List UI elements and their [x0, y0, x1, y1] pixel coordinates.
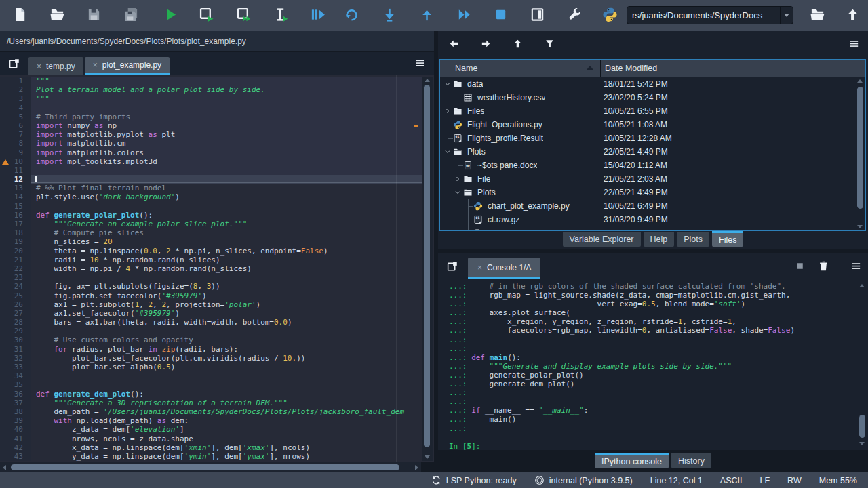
run-cell-button[interactable]: [197, 7, 215, 24]
console-output[interactable]: ...: # in the rgb colors of the shaded s…: [449, 282, 856, 450]
open-file-button[interactable]: [48, 7, 66, 24]
console-line-1: ...: # in the rgb colors of the shaded s…: [449, 282, 856, 291]
column-ruler: [396, 75, 397, 462]
interrupt-kernel-icon[interactable]: [794, 260, 806, 272]
editor-options-menu-icon[interactable]: [414, 57, 426, 69]
code-line-10: 10import mpl_toolkits.mplot3d: [0, 157, 422, 166]
column-header-name[interactable]: Name: [440, 60, 601, 77]
debug-file-button[interactable]: [309, 7, 326, 24]
files-options-button[interactable]: [845, 36, 863, 54]
tab-plots[interactable]: Plots: [677, 232, 709, 247]
scroll-up-arrow[interactable]: [857, 79, 863, 83]
folder-icon: [453, 106, 467, 116]
preferences-button[interactable]: [566, 7, 583, 24]
parent-directory-button[interactable]: [844, 7, 861, 24]
continue-button[interactable]: [455, 7, 473, 24]
python-env-button[interactable]: [601, 7, 618, 24]
file-name: Files: [467, 106, 484, 116]
scroll-left-arrow[interactable]: [3, 465, 6, 470]
chevron-right-icon[interactable]: [453, 172, 463, 186]
table-row[interactable]: [440, 226, 865, 231]
table-row-weatherHistory.csv[interactable]: weatherHistory.csv23/02/20 5:24 PM: [440, 91, 865, 104]
code-line-20: 20 theta = np.linspace(0.0, 2 * np.pi, n…: [0, 247, 422, 256]
files-parent-button[interactable]: [509, 36, 526, 54]
files-forward-button[interactable]: [477, 36, 494, 54]
chevron-right-icon[interactable]: [443, 104, 453, 118]
stop-button[interactable]: [492, 7, 509, 24]
table-row-ct.raw.gz[interactable]: 01ct.raw.gz31/03/20 9:49 PM: [440, 213, 865, 226]
console-vscrollbar[interactable]: [857, 282, 867, 447]
table-row-Plots[interactable]: Plots22/05/21 4:49 PM: [440, 186, 865, 199]
run-selection-button[interactable]: [271, 7, 289, 24]
column-header-date[interactable]: Date Modified: [601, 64, 865, 73]
editor-vscroll-thumb[interactable]: [424, 85, 430, 447]
tree-connector: [463, 226, 473, 231]
run-cell-advance-button[interactable]: [235, 7, 252, 24]
working-directory-combo[interactable]: rs/juanis/Documents/SpyderDocs: [627, 6, 793, 24]
tab-ipython-console[interactable]: IPython console: [595, 453, 669, 468]
console-vscroll-thumb[interactable]: [859, 415, 865, 438]
code-text: plt.style.use("dark_background"): [31, 192, 422, 201]
save-button[interactable]: [85, 7, 102, 24]
save-all-button[interactable]: [122, 7, 140, 24]
status-text: ASCII: [720, 476, 743, 485]
run-button[interactable]: [161, 7, 179, 24]
step-return-button[interactable]: [418, 7, 435, 24]
tab-variable-explorer[interactable]: Variable Explorer: [563, 232, 641, 247]
maximize-pane-button[interactable]: [528, 7, 546, 24]
step-into-button[interactable]: [380, 7, 398, 24]
line-number: 11: [0, 166, 31, 175]
close-icon[interactable]: ×: [37, 62, 41, 71]
console-tab[interactable]: × Console 1/A: [468, 258, 540, 279]
chevron-down-icon[interactable]: [443, 77, 453, 91]
code-editor[interactable]: 1"""2Plot a terrain model and a polar pl…: [0, 75, 434, 462]
table-row-File[interactable]: File21/05/21 2:03 AM: [440, 172, 865, 186]
files-vscroll-thumb[interactable]: [857, 87, 863, 209]
files-back-button[interactable]: [445, 36, 462, 54]
editor-vscrollbar[interactable]: [422, 77, 433, 461]
tree-connector: [453, 199, 463, 213]
scroll-down-arrow[interactable]: [425, 455, 430, 459]
console-options-menu-icon[interactable]: [850, 260, 863, 272]
table-row-Files[interactable]: Files10/05/21 6:55 PM: [440, 104, 865, 118]
new-console-icon[interactable]: [446, 260, 458, 272]
editor-hscrollbar[interactable]: [0, 462, 421, 472]
table-row-data[interactable]: data18/01/21 5:42 PM: [440, 77, 865, 91]
close-icon[interactable]: ×: [477, 263, 482, 272]
scroll-up-arrow[interactable]: [425, 79, 430, 82]
chevron-down-icon[interactable]: [453, 186, 463, 199]
new-file-button[interactable]: [11, 7, 28, 24]
files-filter-button[interactable]: [540, 36, 558, 54]
line-number: 28: [0, 318, 31, 327]
table-row-Flight_Operations.py[interactable]: Flight_Operations.py10/05/21 1:08 AM: [440, 118, 865, 131]
scroll-right-arrow[interactable]: [415, 465, 418, 470]
tab-files[interactable]: Files: [712, 231, 743, 247]
combo-dropdown-button[interactable]: [780, 7, 793, 24]
table-row-Flights_profile.Result[interactable]: 01Flights_profile.Result10/05/21 12:28 A…: [440, 131, 865, 145]
chevron-down-icon[interactable]: [443, 145, 453, 159]
code-line-4: 4: [0, 104, 422, 113]
working-directory-value[interactable]: rs/juanis/Documents/SpyderDocs: [627, 10, 780, 20]
tab-history[interactable]: History: [671, 453, 711, 468]
editor-tab-plot_example.py[interactable]: ×plot_example.py: [85, 57, 170, 75]
table-row-~$ots pane.docx[interactable]: W~$ots pane.docx15/04/20 1:12 AM: [440, 159, 865, 172]
file-tree: Name Date Modified data18/01/21 5:42 PMw…: [439, 59, 866, 231]
close-icon[interactable]: ×: [93, 60, 98, 70]
binary-icon: 01: [453, 134, 467, 143]
browse-directory-button[interactable]: [808, 7, 826, 24]
trash-icon[interactable]: [818, 260, 830, 272]
table-row-Plots[interactable]: Plots22/05/21 4:49 PM: [440, 145, 865, 159]
rerun-cell-button[interactable]: [342, 7, 360, 24]
editor-tab-temp.py[interactable]: ×temp.py: [28, 57, 83, 75]
scroll-down-arrow[interactable]: [857, 225, 863, 228]
warning-marker: [414, 125, 418, 127]
scroll-down-arrow[interactable]: [859, 442, 865, 445]
scroll-up-arrow[interactable]: [859, 284, 865, 287]
table-row-chart_plot_example.py[interactable]: chart_plot_example.py10/05/21 6:49 PM: [440, 199, 865, 213]
files-vscrollbar[interactable]: [855, 77, 865, 230]
tab-help[interactable]: Help: [644, 232, 675, 247]
console-line-4: ...: axes.plot_surface(: [449, 308, 856, 317]
new-window-icon[interactable]: [8, 58, 20, 70]
editor-hscroll-thumb[interactable]: [11, 464, 399, 470]
code-line-30: 30 # Use custom colors and opacity: [0, 336, 422, 344]
